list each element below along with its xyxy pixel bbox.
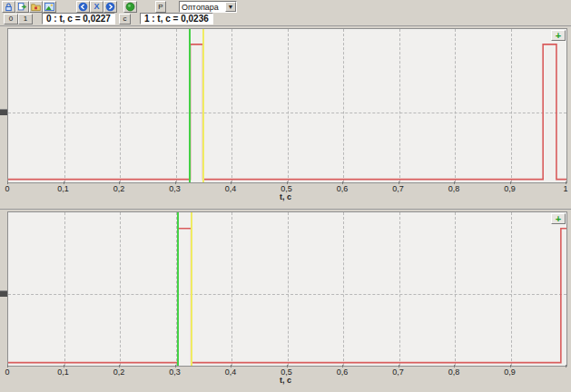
combobox-value: Оптопара: [180, 3, 225, 12]
x-tick-label: 0: [5, 368, 9, 377]
image-icon: [44, 2, 54, 12]
x-tick-label: 0,1: [57, 184, 69, 193]
plot-area[interactable]: +: [7, 211, 567, 367]
x-tick-label: 0,8: [448, 184, 460, 193]
cursor-yellow-line[interactable]: [202, 29, 204, 182]
y-axis-label-mark: [0, 109, 7, 115]
x-tick-label: 0,1: [57, 368, 69, 377]
x-axis-title: t, c: [280, 192, 291, 201]
channel-1-toggle[interactable]: 1: [18, 14, 33, 24]
channel-type-combobox[interactable]: Оптопара ▼: [179, 1, 237, 13]
x-tick-label: 0,6: [337, 184, 349, 193]
p-button-label: P: [158, 3, 162, 11]
toolbar-spacer: [117, 6, 123, 7]
toolbar: X P Оптопара ▼: [2, 1, 237, 13]
x-tick-label: 0,8: [448, 368, 460, 377]
x-tick-label: 0,7: [392, 184, 404, 193]
record-icon: [125, 2, 135, 12]
channel-0-toggle[interactable]: 0: [4, 14, 18, 24]
cursor-readout-channel-0: 0 : t, c = 0,0227: [42, 13, 115, 24]
x-tick-label: 0,2: [113, 368, 125, 377]
app-window: { "toolbar": { "p_label": "P", "combo_va…: [0, 0, 571, 392]
toolbar-spacer: [33, 18, 42, 19]
x-tick-label: 0,3: [169, 184, 181, 193]
cursor-green-line[interactable]: [177, 212, 179, 366]
toolbar-spacer: [137, 6, 155, 7]
signal-trace: [8, 229, 566, 363]
prev-icon: [78, 2, 88, 12]
x-tick-label: 1: [563, 184, 567, 193]
prev-button[interactable]: [76, 1, 90, 13]
chevron-down-icon[interactable]: ▼: [225, 2, 236, 12]
export-icon: [17, 2, 27, 12]
c-button[interactable]: c: [119, 14, 131, 24]
signal-trace: [8, 44, 566, 180]
zoom-plus-button[interactable]: +: [551, 213, 566, 224]
toolbar-spacer: [131, 18, 140, 19]
x-tick-label: 0: [5, 184, 9, 193]
signal-plot: [8, 29, 566, 182]
toolbar-spacer: [56, 6, 76, 7]
folder-icon: [31, 2, 41, 12]
export-button[interactable]: [15, 1, 29, 13]
toolbar-row2: 0 1 0 : t, c = 0,0227 c 1 : t, c = 0,023…: [4, 13, 213, 24]
clear-x-button[interactable]: X: [90, 1, 103, 13]
image-button[interactable]: [43, 1, 56, 13]
x-tick-label: 0,4: [225, 184, 237, 193]
x-tick-label: 0,9: [504, 184, 516, 193]
x-tick-label: 0,9: [504, 368, 516, 377]
y-axis-label-mark: [0, 290, 7, 297]
c-button-label: c: [123, 15, 126, 23]
x-tick-label: 0,7: [392, 368, 404, 377]
next-button[interactable]: [103, 1, 117, 13]
plot-area[interactable]: +: [7, 28, 567, 183]
record-button[interactable]: [123, 1, 137, 13]
p-button[interactable]: P: [155, 1, 166, 13]
x-axis-title: t, c: [280, 376, 291, 385]
signal-plot: [8, 212, 566, 366]
oscillogram-panel-channel-0: + 00,10,20,30,40,50,60,70,80,91 t, c: [0, 25, 571, 207]
x-tick-label: 0,4: [225, 368, 237, 377]
zoom-plus-button[interactable]: +: [551, 30, 566, 41]
cursor-readout-channel-1: 1 : t, c = 0,0236: [140, 13, 213, 24]
x-tick-label: 0,6: [337, 368, 349, 377]
next-icon: [105, 2, 115, 12]
close-icon: X: [94, 3, 99, 11]
x-tick-label: 0,3: [169, 368, 181, 377]
cursor-green-line[interactable]: [189, 29, 191, 182]
channel-1-label: 1: [24, 15, 27, 23]
lock-button[interactable]: [2, 1, 15, 13]
x-tick-label: 0,2: [113, 184, 125, 193]
cursor-yellow-line[interactable]: [191, 212, 192, 366]
oscillogram-panel-channel-1: + 00,10,20,30,40,50,60,70,80,9 t, c: [0, 209, 571, 392]
channel-0-label: 0: [9, 15, 13, 23]
toolbar-spacer: [166, 6, 179, 7]
lock-icon: [4, 2, 14, 12]
folder-button[interactable]: [29, 1, 43, 13]
